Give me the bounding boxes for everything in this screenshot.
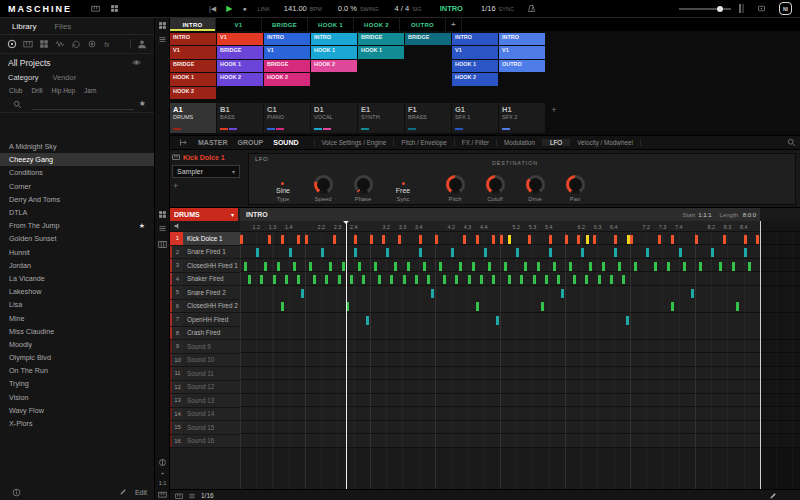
param-phase[interactable]: Phase [343,168,383,202]
note-event[interactable] [370,235,373,244]
note-event[interactable] [309,262,312,271]
sound-row[interactable]: 10Sound 10 [170,354,240,368]
note-event[interactable] [394,262,397,271]
note-event[interactable] [520,275,523,284]
note-event[interactable] [683,262,686,271]
note-event[interactable] [719,262,722,271]
note-event[interactable] [285,275,288,284]
note-event[interactable] [273,275,276,284]
project-item[interactable]: DTLA [0,206,154,219]
note-event[interactable] [366,316,369,325]
note-event[interactable] [455,275,458,284]
note-event[interactable] [614,235,617,244]
chain-tab-velocity-modwheel[interactable]: Velocity / Modwheel [569,139,641,146]
sound-row[interactable]: 16Sound 16 [170,435,240,449]
chain-tab-modulation[interactable]: Modulation [496,139,542,146]
note-event[interactable] [627,235,630,244]
clip-cell[interactable]: HOOK 1 [170,73,216,85]
project-item[interactable]: Cheezy Gang [0,153,154,166]
note-event[interactable] [472,262,475,271]
clip-cell[interactable]: BRIDGE [264,60,310,72]
filetype-one-shots-button[interactable] [87,39,97,49]
note-event[interactable] [679,248,682,257]
clip-cell[interactable]: INTRO [452,33,498,45]
filetype-groups-button[interactable] [39,39,49,49]
note-event[interactable] [333,235,336,244]
note-event[interactable] [561,289,564,298]
note-event[interactable] [537,262,540,271]
note-event[interactable] [541,302,544,311]
note-event[interactable] [626,316,629,325]
note-event[interactable] [736,302,739,311]
filetype-effects-button[interactable]: fx [103,39,113,49]
note-event[interactable] [297,275,300,284]
grid-step-value[interactable]: 1/16 [201,492,214,499]
grid-menu-button[interactable] [188,492,196,500]
note-event[interactable] [419,235,422,244]
keyboard-view-button[interactable] [158,240,167,249]
note-event[interactable] [281,302,284,311]
group-slot-b1[interactable]: B1BASS [217,103,263,133]
note-event[interactable] [256,248,259,257]
filter-tag-drill[interactable]: Drill [31,87,42,94]
note-event[interactable] [248,275,251,284]
note-event[interactable] [573,275,576,284]
note-event[interactable] [354,235,357,244]
note-event[interactable] [553,262,556,271]
footer-keys-button[interactable] [175,492,183,500]
note-event[interactable] [463,235,466,244]
filetype-sounds-button[interactable] [55,39,65,49]
section-display[interactable]: INTRO [440,4,463,13]
clip-cell[interactable]: HOOK 2 [217,73,263,85]
volume-handle[interactable] [717,6,723,12]
filter-section-vendor[interactable]: Vendor [52,73,76,82]
favorites-filter-button[interactable]: ★ [139,99,146,109]
note-event[interactable] [382,235,385,244]
note-event[interactable] [545,275,548,284]
group-slot-e1[interactable]: E1SYNTH [358,103,404,133]
note-event[interactable] [419,248,422,257]
project-item[interactable]: X-Plors [0,417,154,430]
section-tab-hook-1[interactable]: HOOK 1 [308,18,354,31]
group-slot-a1[interactable]: A1DRUMS [170,103,216,133]
restart-button[interactable]: |◀ [209,5,216,13]
sound-row[interactable]: 15Sound 15 [170,421,240,435]
project-item[interactable]: Conditions [0,166,154,179]
filter-tag-hip-hop[interactable]: Hip Hop [52,87,75,94]
clip-cell[interactable]: INTRO [499,33,545,45]
add-group-button[interactable]: + [546,103,562,133]
filter-tag-club[interactable]: Club [9,87,22,94]
param-type[interactable]: SineType [263,168,303,202]
audio-engine-button[interactable] [757,4,766,13]
filter-section-category[interactable]: Category [8,73,38,82]
note-event[interactable] [723,235,726,244]
play-button[interactable]: ▶ [226,4,232,13]
project-item[interactable]: Lakeshow [0,285,154,298]
note-event[interactable] [403,275,406,284]
note-event[interactable] [533,275,536,284]
note-event[interactable] [646,248,649,257]
pattern-manager-button[interactable] [158,210,167,219]
note-event[interactable] [589,262,592,271]
note-event[interactable] [362,275,365,284]
note-event[interactable] [744,235,747,244]
param-knob[interactable] [486,175,505,194]
note-event[interactable] [321,248,324,257]
editor-group-selector[interactable]: DRUMS ▾ [170,208,238,221]
note-event[interactable] [549,235,552,244]
note-event[interactable] [378,275,381,284]
note-event[interactable] [671,235,674,244]
filetype-loops-button[interactable] [71,39,81,49]
note-event[interactable] [744,248,747,257]
note-event[interactable] [386,248,389,257]
param-pan[interactable]: Pan [555,168,595,202]
project-item[interactable]: Lisa [0,298,154,311]
signature-control[interactable]: 4 / 4 SIG [395,4,422,13]
chain-tab-pitch-envelope[interactable]: Pitch / Envelope [393,139,454,146]
note-event[interactable] [301,289,304,298]
device-selector[interactable]: Sampler ▾ [172,165,240,178]
search-input[interactable] [32,99,134,110]
project-item[interactable]: Vision [0,391,154,404]
draw-mode-button[interactable] [769,492,777,500]
note-event[interactable] [618,262,621,271]
